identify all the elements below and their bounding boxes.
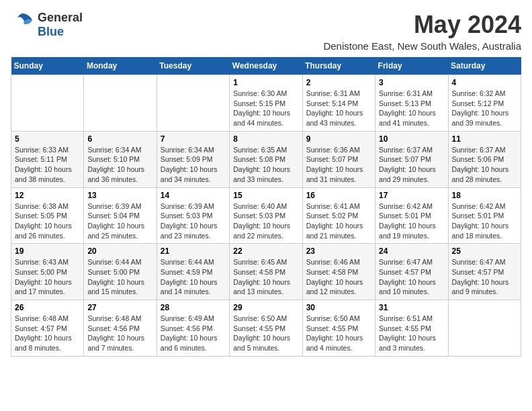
- day-info: Sunrise: 6:34 AMSunset: 5:09 PMDaylight:…: [161, 145, 226, 185]
- day-info: Sunrise: 6:37 AMSunset: 5:06 PMDaylight:…: [452, 145, 517, 185]
- calendar-week-row: 12Sunrise: 6:38 AMSunset: 5:05 PMDayligh…: [11, 187, 521, 244]
- calendar-cell: 31Sunrise: 6:51 AMSunset: 4:55 PMDayligh…: [375, 300, 448, 357]
- day-number: 25: [452, 246, 517, 256]
- day-info: Sunrise: 6:50 AMSunset: 4:55 PMDaylight:…: [233, 314, 298, 353]
- day-number: 20: [87, 246, 152, 256]
- calendar-cell: 26Sunrise: 6:48 AMSunset: 4:57 PMDayligh…: [11, 300, 84, 357]
- day-info: Sunrise: 6:50 AMSunset: 4:55 PMDaylight:…: [306, 314, 371, 353]
- day-info: Sunrise: 6:36 AMSunset: 5:07 PMDaylight:…: [306, 145, 371, 185]
- calendar-cell: 14Sunrise: 6:39 AMSunset: 5:03 PMDayligh…: [157, 187, 229, 244]
- day-info: Sunrise: 6:44 AMSunset: 4:59 PMDaylight:…: [161, 257, 226, 297]
- calendar-cell: 5Sunrise: 6:33 AMSunset: 5:11 PMDaylight…: [11, 131, 84, 187]
- day-number: 30: [306, 303, 371, 312]
- calendar-cell: 17Sunrise: 6:42 AMSunset: 5:01 PMDayligh…: [375, 187, 448, 244]
- calendar-cell: 21Sunrise: 6:44 AMSunset: 4:59 PMDayligh…: [157, 244, 229, 300]
- calendar-cell: 13Sunrise: 6:39 AMSunset: 5:04 PMDayligh…: [84, 187, 157, 244]
- calendar-cell: 1Sunrise: 6:30 AMSunset: 5:15 PMDaylight…: [230, 75, 302, 132]
- title-block: May 2024 Denistone East, New South Wales…: [323, 11, 521, 52]
- day-number: 10: [379, 134, 444, 144]
- day-number: 21: [161, 246, 226, 256]
- day-number: 15: [233, 191, 298, 200]
- calendar-cell: 12Sunrise: 6:38 AMSunset: 5:05 PMDayligh…: [11, 187, 84, 244]
- day-number: 14: [161, 191, 226, 200]
- day-number: 23: [306, 246, 371, 256]
- calendar-cell: 22Sunrise: 6:45 AMSunset: 4:58 PMDayligh…: [230, 244, 302, 300]
- calendar-cell: 6Sunrise: 6:34 AMSunset: 5:10 PMDaylight…: [84, 131, 157, 187]
- logo: General Blue: [11, 11, 83, 39]
- logo-text: General Blue: [38, 11, 83, 39]
- calendar-cell: 11Sunrise: 6:37 AMSunset: 5:06 PMDayligh…: [448, 131, 521, 187]
- day-number: 29: [233, 303, 298, 312]
- calendar-header-tuesday: Tuesday: [157, 57, 229, 75]
- day-info: Sunrise: 6:41 AMSunset: 5:02 PMDaylight:…: [306, 201, 371, 241]
- day-number: 31: [379, 303, 444, 312]
- day-info: Sunrise: 6:34 AMSunset: 5:10 PMDaylight:…: [87, 145, 152, 185]
- location-subtitle: Denistone East, New South Wales, Austral…: [323, 40, 521, 52]
- calendar-table: SundayMondayTuesdayWednesdayThursdayFrid…: [11, 57, 521, 357]
- calendar-cell: 3Sunrise: 6:31 AMSunset: 5:13 PMDaylight…: [375, 75, 448, 132]
- calendar-header-sunday: Sunday: [11, 57, 84, 75]
- day-number: 22: [233, 246, 298, 256]
- day-info: Sunrise: 6:45 AMSunset: 4:58 PMDaylight:…: [233, 257, 298, 297]
- day-number: 27: [87, 303, 152, 312]
- logo-text-blue: Blue: [38, 25, 64, 38]
- calendar-cell: 18Sunrise: 6:42 AMSunset: 5:01 PMDayligh…: [448, 187, 521, 244]
- day-info: Sunrise: 6:30 AMSunset: 5:15 PMDaylight:…: [233, 89, 298, 128]
- day-number: 13: [87, 191, 152, 200]
- calendar-cell: 8Sunrise: 6:35 AMSunset: 5:08 PMDaylight…: [230, 131, 302, 187]
- month-year-title: May 2024: [323, 11, 521, 39]
- calendar-cell: 28Sunrise: 6:49 AMSunset: 4:56 PMDayligh…: [157, 300, 229, 357]
- calendar-cell: 4Sunrise: 6:32 AMSunset: 5:12 PMDaylight…: [448, 75, 521, 132]
- calendar-week-row: 5Sunrise: 6:33 AMSunset: 5:11 PMDaylight…: [11, 131, 521, 187]
- day-info: Sunrise: 6:51 AMSunset: 4:55 PMDaylight:…: [379, 314, 444, 353]
- day-info: Sunrise: 6:40 AMSunset: 5:03 PMDaylight:…: [233, 201, 298, 241]
- day-number: 5: [15, 134, 80, 144]
- calendar-cell: 20Sunrise: 6:44 AMSunset: 5:00 PMDayligh…: [84, 244, 157, 300]
- day-number: 11: [452, 134, 517, 144]
- day-number: 17: [379, 191, 444, 200]
- day-info: Sunrise: 6:32 AMSunset: 5:12 PMDaylight:…: [452, 89, 517, 128]
- day-info: Sunrise: 6:38 AMSunset: 5:05 PMDaylight:…: [15, 201, 80, 241]
- calendar-cell: 23Sunrise: 6:46 AMSunset: 4:58 PMDayligh…: [302, 244, 375, 300]
- day-info: Sunrise: 6:31 AMSunset: 5:14 PMDaylight:…: [306, 89, 371, 128]
- day-number: 19: [15, 246, 80, 256]
- calendar-cell: [448, 300, 521, 357]
- day-info: Sunrise: 6:37 AMSunset: 5:07 PMDaylight:…: [379, 145, 444, 185]
- day-info: Sunrise: 6:42 AMSunset: 5:01 PMDaylight:…: [452, 201, 517, 241]
- calendar-header-saturday: Saturday: [448, 57, 521, 75]
- day-number: 6: [87, 134, 152, 144]
- day-info: Sunrise: 6:48 AMSunset: 4:56 PMDaylight:…: [87, 314, 152, 353]
- calendar-cell: 16Sunrise: 6:41 AMSunset: 5:02 PMDayligh…: [302, 187, 375, 244]
- calendar-cell: 27Sunrise: 6:48 AMSunset: 4:56 PMDayligh…: [84, 300, 157, 357]
- day-info: Sunrise: 6:39 AMSunset: 5:03 PMDaylight:…: [161, 201, 226, 241]
- calendar-cell: 29Sunrise: 6:50 AMSunset: 4:55 PMDayligh…: [230, 300, 302, 357]
- calendar-cell: 30Sunrise: 6:50 AMSunset: 4:55 PMDayligh…: [302, 300, 375, 357]
- calendar-header-wednesday: Wednesday: [230, 57, 302, 75]
- day-number: 26: [15, 303, 80, 312]
- calendar-cell: [157, 75, 229, 132]
- calendar-cell: 9Sunrise: 6:36 AMSunset: 5:07 PMDaylight…: [302, 131, 375, 187]
- calendar-cell: 2Sunrise: 6:31 AMSunset: 5:14 PMDaylight…: [302, 75, 375, 132]
- calendar-cell: [84, 75, 157, 132]
- day-info: Sunrise: 6:43 AMSunset: 5:00 PMDaylight:…: [15, 257, 80, 297]
- day-number: 7: [161, 134, 226, 144]
- header: General Blue May 2024 Denistone East, Ne…: [11, 11, 521, 52]
- day-number: 4: [452, 78, 517, 87]
- calendar-header-monday: Monday: [84, 57, 157, 75]
- day-number: 16: [306, 191, 371, 200]
- calendar-cell: 10Sunrise: 6:37 AMSunset: 5:07 PMDayligh…: [375, 131, 448, 187]
- calendar-header-row: SundayMondayTuesdayWednesdayThursdayFrid…: [11, 57, 521, 75]
- day-number: 9: [306, 134, 371, 144]
- day-number: 3: [379, 78, 444, 87]
- calendar-cell: 19Sunrise: 6:43 AMSunset: 5:00 PMDayligh…: [11, 244, 84, 300]
- calendar-week-row: 19Sunrise: 6:43 AMSunset: 5:00 PMDayligh…: [11, 244, 521, 300]
- day-number: 2: [306, 78, 371, 87]
- calendar-header-friday: Friday: [375, 57, 448, 75]
- logo-text-general: General: [38, 11, 83, 24]
- day-info: Sunrise: 6:31 AMSunset: 5:13 PMDaylight:…: [379, 89, 444, 128]
- calendar-week-row: 26Sunrise: 6:48 AMSunset: 4:57 PMDayligh…: [11, 300, 521, 357]
- day-number: 28: [161, 303, 226, 312]
- day-info: Sunrise: 6:33 AMSunset: 5:11 PMDaylight:…: [15, 145, 80, 185]
- day-info: Sunrise: 6:39 AMSunset: 5:04 PMDaylight:…: [87, 201, 152, 241]
- day-info: Sunrise: 6:46 AMSunset: 4:58 PMDaylight:…: [306, 257, 371, 297]
